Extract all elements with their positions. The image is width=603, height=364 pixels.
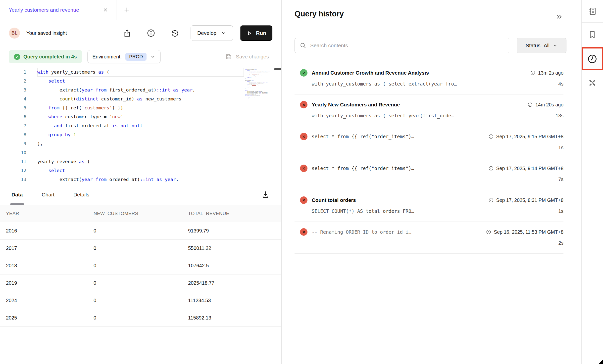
query-history-item[interactable]: select * from {{ ref("order_items")…Sep …: [295, 158, 563, 190]
line-number: 3: [0, 86, 37, 94]
table-row[interactable]: 20180107642.5: [0, 257, 281, 274]
time-text: Sep 17, 2025, 8:31 PM GMT+8: [496, 197, 563, 203]
table-row[interactable]: 20240111234.53: [0, 292, 281, 309]
code-line[interactable]: select: [37, 77, 244, 86]
query-timestamp: Sep 16, 2025, 11:53 PM GMT+8: [481, 229, 563, 235]
new-tab-button[interactable]: [122, 5, 132, 15]
table-cell: 2016: [0, 228, 94, 234]
environment-label: Environment:: [93, 54, 122, 60]
query-history-item[interactable]: -- Renaming ORDER_ID to order_id i…Sep 1…: [295, 222, 563, 254]
search-input[interactable]: Search contents: [295, 38, 509, 53]
develop-button[interactable]: Develop: [191, 25, 233, 41]
table-row[interactable]: 2016091399.79: [0, 222, 281, 240]
collapse-panel-icon[interactable]: [555, 13, 563, 20]
table-cell: 115892.13: [188, 315, 281, 321]
query-duration: 1s: [553, 145, 563, 150]
notebook-icon[interactable]: [587, 6, 597, 16]
save-changes-button[interactable]: Save changes: [225, 53, 269, 60]
status-filter-dropdown[interactable]: Status All: [517, 38, 566, 53]
status-error-icon: [300, 228, 307, 236]
code-line[interactable]: extract(year from first_ordered_at)::int…: [37, 86, 244, 94]
tab-divider: [116, 0, 116, 20]
run-button[interactable]: Run: [240, 25, 272, 41]
line-number: 11: [0, 157, 37, 166]
table-cell: 0: [94, 315, 188, 321]
tab-details[interactable]: Details: [73, 184, 89, 205]
query-status-text: Query completed in 4s: [23, 54, 77, 60]
column-header: NEW_CUSTOMERS: [94, 211, 188, 216]
right-icon-rail: [581, 0, 603, 364]
line-number: 4: [0, 94, 37, 103]
query-duration: 4s: [553, 81, 563, 87]
status-filter-value: All: [544, 43, 550, 48]
history-icon[interactable]: [587, 54, 598, 64]
line-number: 2: [0, 77, 37, 86]
code-line[interactable]: where customer_type = 'new': [37, 112, 244, 121]
line-number: 1: [0, 68, 37, 77]
query-history-item[interactable]: select * from {{ ref("order_items")…Sep …: [295, 126, 563, 158]
query-status-row: Query completed in 4s Environment: PROD …: [0, 46, 281, 67]
code-line[interactable]: select: [37, 166, 244, 175]
editor-scrollbar-thumb[interactable]: [274, 68, 281, 70]
download-icon[interactable]: [261, 190, 270, 199]
tab-chart[interactable]: Chart: [42, 184, 54, 205]
info-icon[interactable]: [147, 29, 155, 37]
table-row[interactable]: 201902025418.77: [0, 274, 281, 292]
line-number: 8: [0, 130, 37, 139]
history-icon-highlight: [582, 47, 603, 70]
environment-value-badge: PROD: [125, 53, 147, 61]
close-tab-icon[interactable]: [102, 7, 109, 13]
indent-guide: [49, 77, 49, 139]
chevron-down-icon: [221, 30, 226, 36]
results-table-header: YEARNEW_CUSTOMERSTOTAL_REVENUE: [0, 205, 281, 222]
tab-title: Yearly customers and revenue: [9, 7, 79, 13]
code-line[interactable]: order by 1: [245, 97, 270, 98]
share-icon[interactable]: [123, 29, 131, 37]
line-number: 9: [0, 139, 37, 148]
column-header: YEAR: [0, 211, 94, 216]
table-row[interactable]: 20170550011.22: [0, 240, 281, 257]
query-history-list: Annual Customer Growth and Revenue Analy…: [295, 63, 563, 254]
query-history-item[interactable]: Annual Customer Growth and Revenue Analy…: [295, 63, 563, 94]
clock-icon: [488, 166, 494, 171]
editor-minimap[interactable]: with yearly_customers as ( select extrac…: [245, 69, 270, 164]
query-history-item[interactable]: Yearly New Customers and Revenue14m 20s …: [295, 94, 563, 126]
time-text: 14m 20s ago: [535, 102, 563, 108]
sql-editor[interactable]: 1234567891011121314151617181920212223242…: [0, 67, 281, 184]
table-cell: 550011.22: [188, 245, 281, 251]
time-text: Sep 17, 2025, 9:15 PM GMT+8: [496, 134, 563, 139]
code-line[interactable]: extract(year from ordered_at)::int as ye…: [37, 175, 244, 184]
run-label: Run: [256, 30, 266, 36]
play-icon: [246, 30, 252, 36]
lineage-icon[interactable]: [587, 78, 597, 88]
code-line[interactable]: ),: [37, 139, 244, 148]
editor-code[interactable]: with yearly_customers as ( select extrac…: [37, 68, 244, 184]
table-cell: 0: [94, 280, 188, 286]
code-line[interactable]: yearly_revenue as (: [37, 157, 244, 166]
table-row[interactable]: 20250115892.13: [0, 309, 281, 327]
code-line[interactable]: count(distinct customer_id) as new_custo…: [37, 94, 244, 103]
clock-icon: [486, 229, 491, 235]
save-changes-label: Save changes: [236, 54, 269, 60]
app-window: Yearly customers and revenue BL Your sav…: [0, 0, 603, 364]
clock-icon: [488, 197, 494, 203]
tab-data[interactable]: Data: [11, 184, 23, 205]
tab-yearly-customers-and-revenue[interactable]: Yearly customers and revenue: [0, 0, 116, 20]
insight-header: BL Your saved insight Develop Run: [0, 20, 281, 46]
query-duration: 2s: [553, 240, 563, 246]
table-cell: 0: [94, 298, 188, 303]
table-cell: 2025: [0, 315, 94, 321]
query-status-badge: Query completed in 4s: [9, 50, 82, 63]
environment-selector[interactable]: Environment: PROD: [87, 50, 161, 63]
version-history-icon[interactable]: [171, 29, 179, 37]
code-line[interactable]: and first_ordered_at is not null: [37, 121, 244, 130]
bookmark-icon[interactable]: [587, 30, 597, 40]
line-number: 12: [0, 166, 37, 175]
results-tab-bar: Data Chart Details: [0, 184, 281, 205]
query-history-item[interactable]: Count total ordersSep 17, 2025, 8:31 PM …: [295, 190, 563, 222]
code-line[interactable]: from {{ ref('customers') }}: [37, 103, 244, 112]
code-line[interactable]: [37, 148, 244, 157]
code-line[interactable]: group by 1: [37, 130, 244, 139]
code-line[interactable]: with yearly_customers as (: [37, 68, 244, 77]
editor-scrollbar[interactable]: [274, 67, 281, 184]
